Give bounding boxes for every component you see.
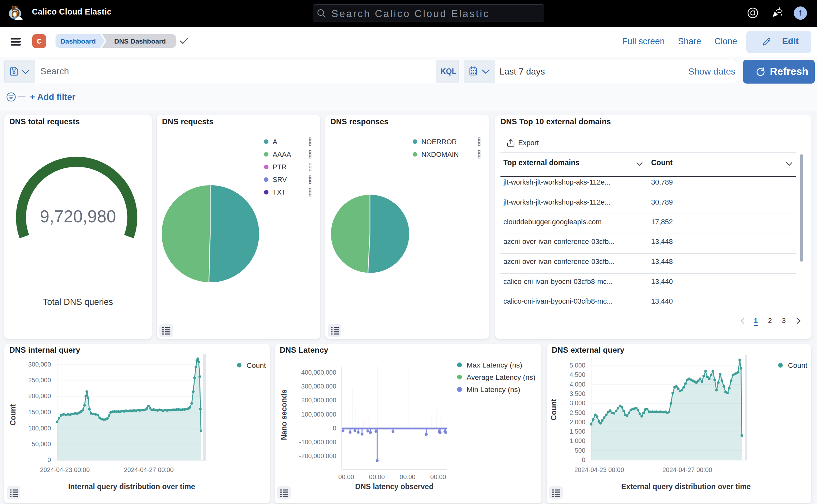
svg-text:DNS Dashboard: DNS Dashboard <box>114 37 166 45</box>
svg-text:Count: Count <box>247 361 266 369</box>
svg-text:NXDOMAIN: NXDOMAIN <box>421 151 459 158</box>
svg-text:Dashboard: Dashboard <box>60 37 96 45</box>
svg-text:Average Latency (ns): Average Latency (ns) <box>467 373 535 381</box>
svg-text:NOERROR: NOERROR <box>421 138 457 146</box>
svg-text:Count: Count <box>788 361 808 369</box>
svg-text:SRV: SRV <box>273 176 287 184</box>
svg-text:AAAA: AAAA <box>273 151 291 158</box>
svg-text:PTR: PTR <box>273 163 287 171</box>
svg-text:Max Latency (ns): Max Latency (ns) <box>467 361 522 369</box>
svg-text:Min Latency (ns): Min Latency (ns) <box>467 386 520 394</box>
svg-text:A: A <box>273 138 277 146</box>
svg-text:TXT: TXT <box>273 188 286 196</box>
